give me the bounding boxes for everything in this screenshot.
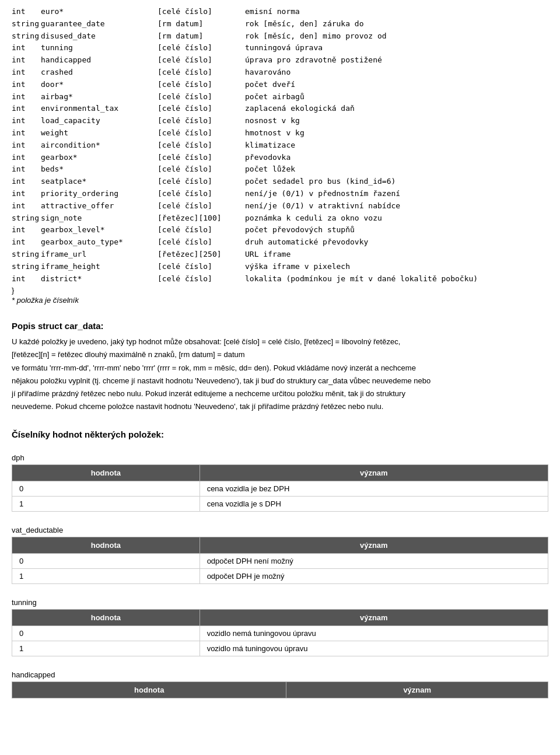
field-line: string sign_note[řetězec][100]poznámka k…: [12, 212, 548, 225]
field-name: handicapped: [41, 54, 158, 67]
field-name: beds*: [41, 163, 158, 176]
field-desc: druh automatické převodovky: [245, 236, 368, 249]
table-header-hodnota: hodnota: [12, 609, 200, 625]
enum-table: hodnotavýznam0vozidlo nemá tuningovou úp…: [12, 609, 548, 656]
enum-section-title: Číselníky hodnot některých položek:: [12, 429, 548, 439]
field-desc: výška iframe v pixelech: [245, 261, 350, 273]
table-header-vyznam: význam: [200, 609, 548, 625]
field-line: int gearbox*[celé číslo]převodovka: [12, 152, 548, 164]
table-cell-vyznam: cena vozidla je bez DPH: [200, 481, 548, 496]
field-type: int: [12, 67, 41, 79]
field-desc: tunningová úprava: [245, 42, 323, 54]
table-row: 0cena vozidla je bez DPH: [12, 481, 548, 496]
table-header-vyznam: význam: [200, 464, 548, 481]
field-line: int weight[celé číslo]hmotnost v kg: [12, 127, 548, 139]
field-type: int: [12, 115, 41, 127]
field-type: int: [12, 79, 41, 91]
field-dtype: [celé číslo]: [158, 200, 245, 212]
field-desc: hmotnost v kg: [245, 127, 304, 139]
table-row: 1odpočet DPH je možný: [12, 568, 548, 583]
description-line: jí přiřadíme prázdný řetězec nebo nulu. …: [12, 389, 405, 398]
field-line: int gearbox_level*[celé číslo]počet přev…: [12, 224, 548, 236]
enum-table: hodnotavýznam0odpočet DPH není možný1odp…: [12, 537, 548, 584]
field-name: door*: [41, 79, 158, 91]
field-name: gearbox_auto_type*: [41, 236, 158, 249]
field-name: environmental_tax: [41, 103, 158, 115]
enum-label: handicapped: [12, 670, 548, 679]
field-dtype: [celé číslo]: [158, 42, 245, 54]
field-name: priority_ordering: [41, 188, 158, 200]
field-name: gearbox*: [41, 152, 158, 164]
description-line: neuvedeme. Pokud chceme položce nastavit…: [12, 402, 383, 411]
field-dtype: [celé číslo]: [158, 115, 245, 127]
closing-brace: }: [12, 286, 548, 295]
field-desc: URL iframe: [245, 249, 290, 261]
field-line: int priority_ordering[celé číslo]není/je…: [12, 188, 548, 200]
field-line: int district*[celé číslo]lokalita (podmí…: [12, 273, 548, 285]
table-cell-vyznam: vozidlo má tuningovou úpravu: [200, 641, 548, 656]
field-dtype: [celé číslo]: [158, 188, 245, 200]
field-name: iframe_height: [41, 261, 158, 273]
table-row: 0vozidlo nemá tuningovou úpravu: [12, 625, 548, 641]
field-dtype: [celé číslo]: [158, 6, 245, 18]
field-dtype: [celé číslo]: [158, 79, 245, 91]
field-dtype: [celé číslo]: [158, 103, 245, 115]
field-desc: není/je (0/1) v atraktivní nabídce: [245, 200, 400, 212]
table-row: 1cena vozidla je s DPH: [12, 496, 548, 511]
field-dtype: [rm datum]: [158, 30, 245, 43]
field-desc: není/je (0/1) v přednostním řazení: [245, 188, 400, 200]
description-line: U každé položky je uvedeno, jaký typ hod…: [12, 337, 400, 346]
table-cell-hodnota: 0: [12, 481, 200, 496]
field-line: int crashed[celé číslo]havarováno: [12, 67, 548, 79]
field-line: int door*[celé číslo]počet dveří: [12, 79, 548, 91]
field-type: int: [12, 103, 41, 115]
field-line: string iframe_url[řetězec][250]URL ifram…: [12, 249, 548, 261]
field-name: attractive_offer: [41, 200, 158, 212]
field-type: int: [12, 54, 41, 67]
field-line: string guarantee_date[rm datum]rok [měsí…: [12, 18, 548, 30]
field-type: int: [12, 42, 41, 54]
field-desc: zaplacená ekologická daň: [245, 103, 355, 115]
table-cell-vyznam: odpočet DPH není možný: [200, 553, 548, 568]
table-header-hodnota: hodnota: [12, 464, 200, 481]
field-type: string: [12, 30, 41, 43]
field-dtype: [celé číslo]: [158, 224, 245, 236]
field-name: tunning: [41, 42, 158, 54]
field-desc: převodovka: [245, 152, 290, 164]
field-name: load_capacity: [41, 115, 158, 127]
enum-section: vat_deductablehodnotavýznam0odpočet DPH …: [12, 526, 548, 584]
table-cell-hodnota: 0: [12, 553, 200, 568]
table-row: 1vozidlo má tuningovou úpravu: [12, 641, 548, 656]
field-desc: emisní norma: [245, 6, 300, 18]
field-desc: rok [měsíc, den] mimo provoz od: [245, 30, 387, 43]
table-header-hodnota: hodnota: [12, 537, 200, 553]
field-desc: poznámka k ceduli za okno vozu: [245, 212, 382, 225]
description-text: U každé položky je uvedeno, jaký typ hod…: [12, 335, 548, 413]
field-dtype: [celé číslo]: [158, 261, 245, 273]
footnote: * položka je číselník: [12, 296, 548, 305]
description-line: nějakou položku vyplnit (tj. chceme jí n…: [12, 376, 430, 385]
field-dtype: [rm datum]: [158, 18, 245, 30]
field-desc: počet lůžek: [245, 163, 295, 176]
field-dtype: [celé číslo]: [158, 54, 245, 67]
enum-section: handicappedhodnotavýznam: [12, 670, 548, 698]
enum-section: tunninghodnotavýznam0vozidlo nemá tuning…: [12, 598, 548, 656]
field-name: airbag*: [41, 91, 158, 103]
field-line: int tunning[celé číslo]tunningová úprava: [12, 42, 548, 54]
field-type: int: [12, 273, 41, 285]
field-type: int: [12, 91, 41, 103]
description-line: ve formátu 'rrrr-mm-dd', 'rrrr-mm' nebo …: [12, 363, 416, 372]
table-cell-hodnota: 1: [12, 641, 200, 656]
field-dtype: [celé číslo]: [158, 127, 245, 139]
field-name: district*: [41, 273, 158, 285]
field-name: guarantee_date: [41, 18, 158, 30]
field-type: int: [12, 152, 41, 164]
table-header-vyznam: význam: [286, 681, 548, 698]
table-cell-vyznam: vozidlo nemá tuningovou úpravu: [200, 625, 548, 641]
enums-container: dphhodnotavýznam0cena vozidla je bez DPH…: [12, 453, 548, 698]
field-dtype: [celé číslo]: [158, 67, 245, 79]
field-line: int seatplace*[celé číslo]počet sedadel …: [12, 176, 548, 188]
enum-label: dph: [12, 453, 548, 462]
field-dtype: [celé číslo]: [158, 152, 245, 164]
field-line: int load_capacity[celé číslo]nosnost v k…: [12, 115, 548, 127]
